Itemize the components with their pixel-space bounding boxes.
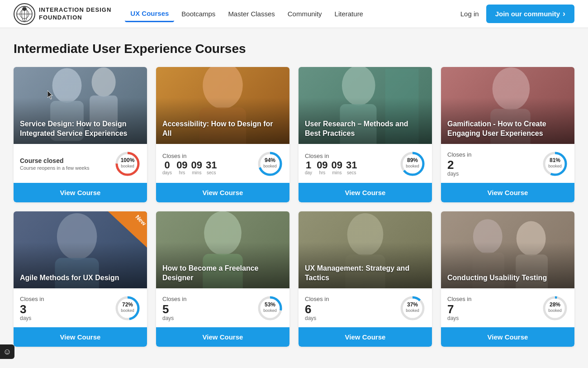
nav-right: Log in Join our community › [460,5,574,23]
section-title: Intermediate User Experience Courses [14,42,574,56]
card-status: Closes in 2 days 81% booked [447,150,568,177]
view-course-button-freelance-designer[interactable]: View Course [156,327,289,347]
card-image-ux-management: UX Management: Strategy and Tactics [299,211,432,288]
nav-links: UX Courses Bootcamps Master Classes Comm… [125,6,460,22]
status-days: Closes in 7 days [447,296,471,321]
view-course-button-ux-management[interactable]: View Course [299,327,432,347]
svg-text:booked: booked [121,308,134,313]
days-value: 1 [306,160,311,170]
logo[interactable]: INTERACTION DESIGN FOUNDATION [14,3,111,25]
card-title: User Research – Methods and Best Practic… [299,114,432,144]
days-value: 2 [447,158,454,172]
course-grid-row1: Service Design: How to Design Integrated… [14,67,574,202]
svg-text:53%: 53% [265,301,275,308]
nav-ux-courses[interactable]: UX Courses [125,6,174,22]
closes-label: Closes in [305,296,329,302]
course-grid-row2: New Agile Methods for UX Design Closes i… [14,211,574,347]
card-bottom: Closes in 1 day 09 hrs 09 mins [299,144,432,177]
chevron-right-icon: › [563,9,565,19]
svg-text:37%: 37% [407,301,418,308]
booked-progress: 72% booked [114,295,141,321]
card-status: Closes in 1 day 09 hrs 09 mins [305,150,426,177]
view-course-button-service-design[interactable]: View Course [14,183,147,202]
view-course-button-gamification[interactable]: View Course [441,183,574,202]
card-title: Conducting Usability Testing [441,268,553,288]
card-bottom: Course closed Course reopens in a few we… [14,144,147,177]
view-course-button-agile-methods[interactable]: View Course [14,327,147,347]
nav-community[interactable]: Community [282,6,327,21]
card-status: Closes in 0 days 09 hrs 09 mins [162,150,283,177]
card-title: Agile Methods for UX Design [14,268,126,288]
days-unit: days [447,171,459,177]
svg-text:28%: 28% [550,301,560,308]
closed-label: Course closed [20,157,63,164]
booked-progress: 37% booked [399,295,426,321]
days-unit: days [162,170,172,175]
view-course-button-user-research[interactable]: View Course [299,183,432,202]
booked-progress: 81% booked [542,151,568,177]
days-unit: days [305,315,316,321]
mins-value: 09 [332,160,342,170]
status-closed: Course closed Course reopens in a few we… [20,157,89,171]
status-days: Closes in 2 days [447,151,471,177]
new-badge-text: New [134,214,147,227]
closes-label: Closes in [20,296,44,302]
days-value: 7 [447,302,454,316]
days-value: 6 [305,302,311,316]
nav-bootcamps[interactable]: Bootcamps [176,6,221,21]
course-card-gamification: Gamification - How to Create Engaging Us… [441,67,574,202]
mins-unit: mins [332,170,341,175]
card-status: Closes in 7 days 28% booked [447,295,568,322]
card-status: Course closed Course reopens in a few we… [20,150,141,177]
card-title: Service Design: How to Design Integrated… [14,114,147,144]
secs-value: 31 [206,160,217,170]
nav-literature[interactable]: Literature [329,6,369,21]
course-card-ux-management: UX Management: Strategy and Tactics Clos… [299,211,432,347]
days-unit: days [20,315,31,321]
nav-master-classes[interactable]: Master Classes [223,6,280,21]
hrs-value: 09 [317,160,327,170]
logo-text: INTERACTION DESIGN FOUNDATION [39,6,111,22]
closes-label: Closes in [447,296,471,302]
svg-text:89%: 89% [407,157,418,163]
card-image-agile-methods: New Agile Methods for UX Design [14,211,147,288]
navbar: INTERACTION DESIGN FOUNDATION UX Courses… [0,0,588,28]
login-link[interactable]: Log in [460,10,479,18]
card-bottom: Closes in 6 days 37% booked [299,288,432,322]
main-content: Intermediate User Experience Courses Ser… [0,28,588,368]
svg-text:booked: booked [548,308,562,313]
days-value: 5 [162,302,169,316]
course-card-accessibility: Accessibility: How to Design for All Clo… [156,67,289,202]
secs-unit: secs [347,170,356,175]
status-days: Closes in 6 days [305,296,329,321]
status-countdown: Closes in 1 day 09 hrs 09 mins [305,153,357,175]
booked-progress: 94% booked [257,151,283,177]
secs-unit: secs [207,170,216,175]
mins-value: 09 [191,160,202,170]
closes-label: Closes in [447,151,471,158]
card-image-gamification: Gamification - How to Create Engaging Us… [441,67,574,144]
accessibility-button[interactable]: ☺ [0,344,14,359]
status-days: Closes in 5 days [162,296,186,321]
mins-unit: mins [192,170,201,175]
course-card-usability-testing: Conducting Usability Testing Closes in 7… [441,211,574,347]
hrs-value: 09 [176,160,187,170]
svg-text:booked: booked [406,164,419,168]
days-unit: days [447,315,459,321]
svg-text:booked: booked [263,308,277,313]
view-course-button-accessibility[interactable]: View Course [156,183,289,202]
course-card-user-research: User Research – Methods and Best Practic… [299,67,432,202]
card-title: Accessibility: How to Design for All [156,114,289,144]
svg-text:94%: 94% [265,157,275,163]
card-status: Closes in 6 days 37% booked [305,295,426,322]
svg-text:81%: 81% [550,157,560,163]
card-bottom: Closes in 5 days 53% booked [156,288,289,322]
closes-label: Closes in [162,153,186,159]
join-button[interactable]: Join our community › [486,5,574,23]
card-bottom: Closes in 7 days 28% booked [441,288,574,322]
reopens-label: Course reopens in a few weeks [20,165,89,171]
view-course-button-usability-testing[interactable]: View Course [441,327,574,347]
closes-label: Closes in [305,153,329,159]
card-title: Gamification - How to Create Engaging Us… [441,114,574,144]
closes-label: Closes in [162,296,186,302]
